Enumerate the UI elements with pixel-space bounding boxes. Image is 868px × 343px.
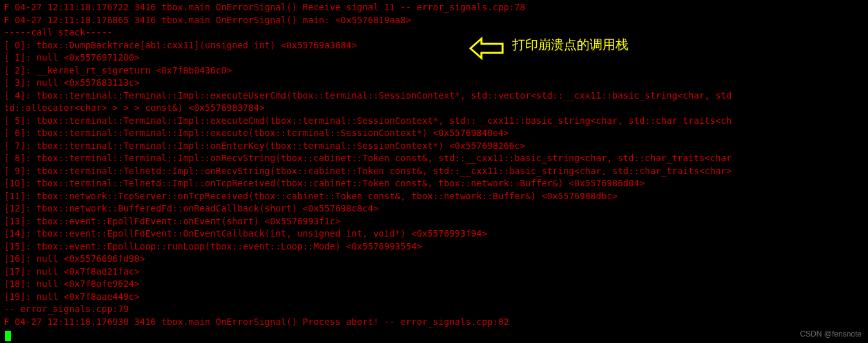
log-line: [12]: tbox::network::BufferedFd::onReadC… bbox=[4, 202, 864, 215]
log-line: [15]: tbox::event::EpollLoop::runLoop(tb… bbox=[4, 240, 864, 253]
log-line: [ 5]: tbox::terminal::Terminal::Impl::ex… bbox=[4, 115, 864, 128]
terminal-output[interactable]: F 04-27 12:11:18.176722 3416 tbox.main O… bbox=[0, 0, 868, 329]
log-line: [10]: tbox::terminal::Telnetd::Impl::onT… bbox=[4, 177, 864, 190]
log-line: [14]: tbox::event::EpollFdEvent::OnEvent… bbox=[4, 228, 864, 240]
log-line: [18]: null <0x7f8afe9624> bbox=[4, 278, 864, 291]
log-line: F 04-27 12:11:18.176865 3416 tbox.main O… bbox=[4, 14, 864, 27]
log-line: [ 3]: null <0x557683113c> bbox=[4, 77, 864, 90]
log-line: [11]: tbox::network::TcpServer::onTcpRec… bbox=[4, 190, 864, 203]
log-line: [ 0]: tbox::DumpBacktrace[abi:cxx11](uns… bbox=[4, 39, 864, 52]
log-line: -- error_signals.cpp:79 bbox=[4, 303, 864, 316]
log-line: -----call stack----- bbox=[4, 26, 864, 39]
log-line: F 04-27 12:11:18.176930 3416 tbox.main O… bbox=[4, 316, 864, 329]
log-line: [ 9]: tbox::terminal::Telnetd::Impl::onR… bbox=[4, 165, 864, 178]
log-line: [ 4]: tbox::terminal::Terminal::Impl::ex… bbox=[4, 90, 864, 103]
log-line: [ 2]: __kernel_rt_sigreturn <0x7f8b0436c… bbox=[4, 64, 864, 77]
cursor-icon bbox=[5, 331, 11, 341]
prompt-line bbox=[4, 329, 11, 342]
log-line: [ 7]: tbox::terminal::Terminal::Impl::on… bbox=[4, 140, 864, 153]
log-line: td::allocator<char> > > > const&) <0x557… bbox=[4, 102, 864, 115]
log-line: [ 8]: tbox::terminal::Terminal::Impl::on… bbox=[4, 152, 864, 165]
watermark-text: CSDN @fensnote bbox=[800, 328, 862, 341]
log-line: [ 1]: null <0x5576971200> bbox=[4, 52, 864, 64]
log-line: [19]: null <0x7f8aae449c> bbox=[4, 291, 864, 304]
log-line: F 04-27 12:11:18.176722 3416 tbox.main O… bbox=[4, 1, 864, 14]
log-line: [13]: tbox::event::EpollFdEvent::onEvent… bbox=[4, 215, 864, 228]
log-line: [16]: null <0x5576696fd98> bbox=[4, 253, 864, 266]
log-line: [ 6]: tbox::terminal::Terminal::Impl::ex… bbox=[4, 127, 864, 140]
log-line: [17]: null <0x7f8ad21fac> bbox=[4, 266, 864, 279]
